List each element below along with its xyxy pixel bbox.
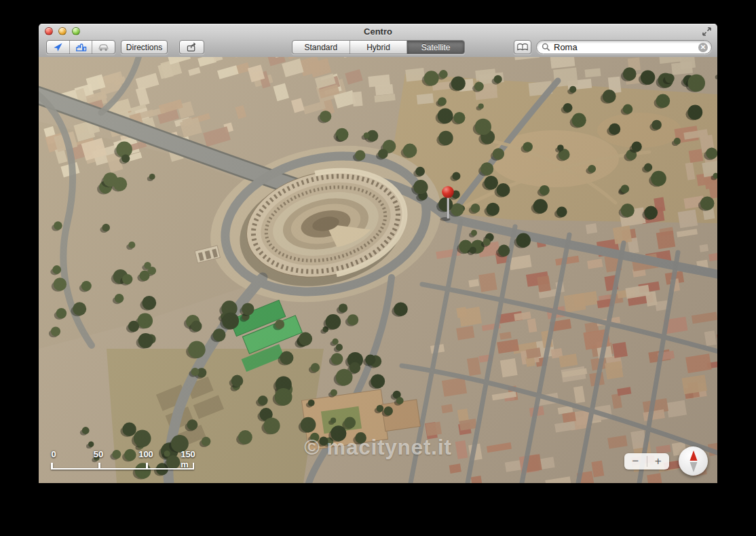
tree <box>280 351 293 365</box>
tree <box>494 75 502 83</box>
tree <box>470 247 476 254</box>
tree <box>320 111 331 122</box>
tree <box>349 362 360 373</box>
tree <box>497 183 510 197</box>
zoom-out-button[interactable]: − <box>624 455 647 468</box>
tree <box>102 224 110 232</box>
tree <box>483 238 491 246</box>
building <box>612 342 628 358</box>
tree <box>623 104 633 115</box>
tree <box>540 185 550 195</box>
toolbar: Directions Standard Hybrid Satellite <box>39 39 717 57</box>
tree <box>424 71 439 85</box>
compass-needle-icon <box>687 450 700 473</box>
tree <box>452 172 460 180</box>
tree <box>308 400 315 406</box>
map-canvas[interactable]: © macitynet.it 0 50 100 150 m − + <box>39 57 717 483</box>
tree <box>258 396 268 406</box>
tree <box>394 302 408 316</box>
tree <box>51 327 60 337</box>
tree <box>188 341 206 358</box>
tree <box>706 147 717 159</box>
tree <box>330 389 337 396</box>
tree <box>378 149 388 159</box>
tree <box>687 105 702 120</box>
view-options-group <box>46 40 115 54</box>
map-mode-hybrid[interactable]: Hybrid <box>350 41 408 54</box>
tree <box>231 375 244 387</box>
bookmarks-button[interactable] <box>514 40 531 54</box>
building <box>500 358 518 377</box>
building <box>405 68 425 81</box>
tree <box>365 355 375 365</box>
titlebar[interactable]: Centro <box>39 24 717 39</box>
tree <box>299 332 312 346</box>
scale-tick-label: 0 <box>51 449 56 459</box>
tree <box>364 132 370 138</box>
traffic-button[interactable] <box>92 41 115 54</box>
tree <box>134 430 151 448</box>
tree <box>451 76 466 90</box>
tree <box>588 165 596 173</box>
map-mode-standard[interactable]: Standard <box>292 41 350 54</box>
tree <box>478 103 484 109</box>
zoom-in-button[interactable]: + <box>647 455 670 468</box>
tree <box>651 120 662 130</box>
building <box>666 400 687 418</box>
scale-tick-label: 100 <box>138 449 153 459</box>
tree <box>191 321 202 332</box>
building <box>417 93 434 104</box>
building <box>478 273 497 292</box>
tree <box>202 437 211 446</box>
building <box>678 210 698 229</box>
tree <box>263 418 280 434</box>
tree <box>413 180 428 194</box>
tree <box>187 419 198 430</box>
search-input[interactable] <box>552 41 698 53</box>
tree <box>103 172 117 187</box>
compass[interactable] <box>679 446 708 476</box>
3d-buildings-icon <box>75 43 87 52</box>
tree <box>301 417 316 433</box>
tree <box>471 230 477 236</box>
window-title: Centro <box>39 24 717 39</box>
tree <box>700 196 715 210</box>
tree <box>128 321 139 332</box>
tree <box>73 302 86 315</box>
tree <box>275 388 292 406</box>
tree <box>371 374 385 388</box>
search-field[interactable]: ✕ <box>536 40 712 54</box>
tree <box>128 242 135 248</box>
tree <box>338 132 347 141</box>
building <box>645 291 658 306</box>
map-mode-segmented-control: Standard Hybrid Satellite <box>292 40 465 54</box>
clear-search-icon[interactable]: ✕ <box>698 43 708 52</box>
tree <box>122 423 136 436</box>
tree <box>438 97 447 106</box>
fullscreen-arrows-icon[interactable] <box>702 26 712 37</box>
share-button[interactable] <box>179 40 204 54</box>
tree <box>275 320 284 329</box>
3d-buildings-button[interactable] <box>70 41 93 54</box>
current-location-button[interactable] <box>47 41 70 54</box>
tree <box>139 271 149 281</box>
tree <box>569 86 576 93</box>
building <box>375 84 394 96</box>
tree <box>674 138 681 145</box>
directions-button[interactable]: Directions <box>121 40 168 54</box>
map-mode-satellite[interactable]: Satellite <box>407 41 464 54</box>
tree <box>121 154 130 162</box>
watermark: © macitynet.it <box>304 436 452 460</box>
tree <box>572 113 586 128</box>
tree <box>238 430 252 444</box>
tree <box>641 70 655 84</box>
tree <box>438 197 453 212</box>
building <box>537 275 551 292</box>
tree <box>138 313 153 328</box>
building <box>456 307 467 318</box>
tree <box>651 171 666 187</box>
tree <box>384 406 393 415</box>
tree <box>484 176 498 190</box>
building <box>671 62 693 75</box>
building <box>586 223 597 234</box>
